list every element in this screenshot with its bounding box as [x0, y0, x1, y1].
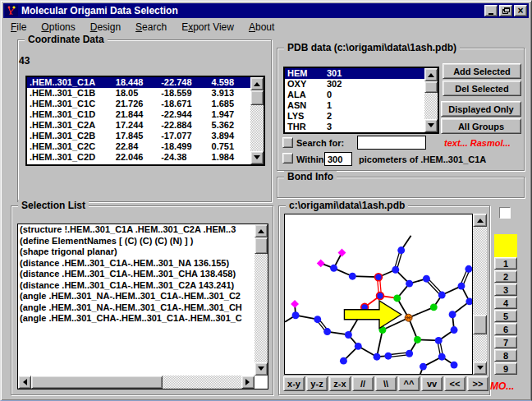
scroll-right-button[interactable] — [241, 376, 255, 389]
selection-line[interactable]: (structure !.HEM..301_C1A .HEM..301_C2A … — [18, 224, 255, 236]
view-button-down[interactable]: vv — [421, 376, 443, 391]
view-button-fwd-slash[interactable]: // — [352, 376, 374, 391]
app-icon[interactable] — [5, 5, 18, 16]
selection-line[interactable]: (angle .HEM..301_NA-.HEM..301_C1A-.HEM..… — [18, 291, 255, 302]
selection-h-scrollbar[interactable] — [18, 376, 255, 389]
selection-line[interactable]: (define ElementNames [ (C) (C) (C) (N) ]… — [18, 236, 255, 247]
cell: 2 — [327, 111, 332, 122]
selection-line[interactable]: (angle .HEM..301_CHA-.HEM..301_C1A-.HEM.… — [18, 313, 255, 325]
display-slot-button-4[interactable]: 4 — [494, 297, 517, 309]
pdb-listbox[interactable]: HEM301OXY302ALA0ASN1LYS2THR3 — [283, 67, 439, 134]
selection-line[interactable]: (angle .HEM..301_NA-.HEM..301_C1A-.HEM..… — [18, 302, 255, 314]
pdb-row[interactable]: HEM301 — [285, 68, 424, 79]
view-button-back-slash[interactable]: \\ — [375, 376, 397, 391]
pdb-row[interactable]: THR3 — [285, 122, 424, 132]
cell: 18.05 — [116, 88, 161, 99]
selection-v-scrollbar[interactable] — [255, 224, 268, 376]
minimize-button[interactable] — [484, 5, 498, 16]
selection-line[interactable]: (distance .HEM..301_C1A-.HEM..301_NA 136… — [18, 258, 255, 270]
scroll-down-button[interactable] — [255, 362, 268, 376]
cell: -24.38 — [161, 152, 211, 163]
pdb-row[interactable]: ALA0 — [285, 90, 424, 100]
displayed-only-button[interactable]: Displayed Only — [441, 101, 521, 117]
pdb-row[interactable]: LYS2 — [285, 111, 424, 122]
arrow-right-icon — [245, 379, 253, 385]
viewer-option-checkbox[interactable] — [499, 207, 511, 219]
within-checkbox[interactable] — [282, 153, 293, 164]
minimize-icon — [488, 13, 493, 15]
scroll-up-button[interactable] — [250, 77, 264, 90]
del-selected-button[interactable]: Del Selected — [443, 81, 521, 96]
restore-button[interactable] — [499, 5, 512, 16]
cell: 3.913 — [212, 88, 250, 99]
view-button-up[interactable]: ^^ — [398, 376, 420, 391]
menu-item-export-view[interactable]: Export View — [174, 20, 241, 35]
display-slot-button-8[interactable]: 8 — [494, 349, 517, 362]
search-for-checkbox[interactable] — [282, 137, 293, 148]
coordinate-scrollbar[interactable] — [250, 77, 264, 164]
pdb-scrollbar[interactable] — [424, 68, 438, 132]
view-button-right[interactable]: >> — [467, 376, 488, 391]
display-slot-button-6[interactable]: 6 — [494, 323, 517, 335]
arrow-up-icon — [477, 215, 484, 223]
scrollbar-thumb[interactable] — [250, 90, 264, 105]
scroll-left-button[interactable] — [18, 376, 31, 389]
within-distance-input[interactable] — [324, 152, 352, 166]
display-slot-button-1[interactable]: 1 — [494, 257, 517, 270]
scroll-down-button[interactable] — [250, 151, 264, 164]
viewer-v-scrollbar[interactable] — [473, 214, 487, 375]
coordinate-row[interactable]: .HEM..301_C2B17.845-17.0773.894 — [27, 131, 250, 141]
coordinate-row[interactable]: .HEM..301_C2D22.046-24.381.984 — [27, 152, 250, 163]
within-suffix-label: picometers of .HEM..301_C1A — [359, 154, 486, 164]
scrollbar-thumb[interactable] — [424, 81, 438, 93]
view-button-zx[interactable]: z-x — [329, 376, 351, 391]
scrollbar-thumb[interactable] — [473, 315, 487, 334]
display-slot-button-9[interactable]: 9 — [494, 362, 517, 375]
molecule-svg[interactable] — [285, 214, 472, 374]
menu-item-about[interactable]: About — [241, 20, 282, 35]
coordinate-listbox[interactable]: .HEM..301_C1A18.448-22.7484.598.HEM..301… — [25, 76, 265, 166]
coordinate-row[interactable]: .HEM..301_C1C21.726-18.6711.685 — [27, 99, 250, 109]
search-input[interactable] — [357, 136, 426, 150]
display-slot-button-3[interactable]: 3 — [494, 283, 517, 296]
scrollbar-thumb[interactable] — [31, 376, 163, 389]
view-button-left[interactable]: << — [444, 376, 466, 391]
coordinate-row[interactable]: .HEM..301_C2A17.244-22.8845.362 — [27, 120, 250, 131]
selection-line[interactable]: (shape trigonal planar) — [18, 247, 255, 258]
menu-item-file[interactable]: File — [3, 20, 34, 35]
cell: 5.362 — [212, 120, 250, 131]
cell: THR — [287, 122, 327, 132]
scrollbar-thumb[interactable] — [255, 237, 268, 254]
display-slot-button-2[interactable]: 2 — [494, 270, 517, 283]
cell: .HEM..301_C1D — [30, 109, 116, 120]
scroll-down-button[interactable] — [424, 119, 438, 132]
scroll-up-button[interactable] — [424, 68, 438, 81]
scroll-down-button[interactable] — [473, 362, 487, 375]
pdb-row[interactable]: ASN1 — [285, 100, 424, 111]
scroll-up-button[interactable] — [255, 224, 268, 237]
selection-listbox[interactable]: (structure !.HEM..301_C1A .HEM..301_C2A … — [17, 224, 268, 389]
title-bar[interactable]: Molecular Origami Data Selection × — [3, 3, 529, 18]
view-button-xy[interactable]: x-y — [283, 376, 305, 391]
close-button[interactable]: × — [514, 5, 527, 16]
display-slot-button-7[interactable]: 7 — [494, 336, 517, 348]
app-window: Molecular Origami Data Selection × FileO… — [0, 0, 532, 401]
molecule-canvas[interactable] — [284, 214, 473, 375]
add-selected-button[interactable]: Add Selected — [443, 63, 521, 79]
color-swatch[interactable] — [494, 234, 517, 257]
coordinate-row[interactable]: .HEM..301_C1D21.844-22.9441.947 — [27, 109, 250, 120]
display-slot-button-5[interactable]: 5 — [494, 310, 517, 322]
coordinate-row[interactable]: .HEM..301_C2C22.84-18.4990.751 — [27, 141, 250, 152]
selection-line[interactable]: (distance .HEM..301_C1A-.HEM..301_C2A 14… — [18, 280, 255, 292]
menu-item-design[interactable]: Design — [83, 20, 128, 35]
coordinate-row[interactable]: .HEM..301_C1A18.448-22.7484.598 — [27, 77, 250, 88]
selection-line[interactable]: (distance .HEM..301_C1A-.HEM..301_CHA 13… — [18, 269, 255, 280]
view-button-yz[interactable]: y-z — [306, 376, 328, 391]
coordinate-row[interactable]: .HEM..301_C1B18.05-18.5593.913 — [27, 88, 250, 99]
menu-item-options[interactable]: Options — [34, 20, 82, 35]
all-groups-button[interactable]: All Groups — [441, 118, 521, 134]
cell: 21.844 — [116, 109, 161, 120]
scroll-up-button[interactable] — [473, 214, 487, 227]
pdb-row[interactable]: OXY302 — [285, 79, 424, 90]
menu-item-search[interactable]: Search — [128, 20, 174, 35]
